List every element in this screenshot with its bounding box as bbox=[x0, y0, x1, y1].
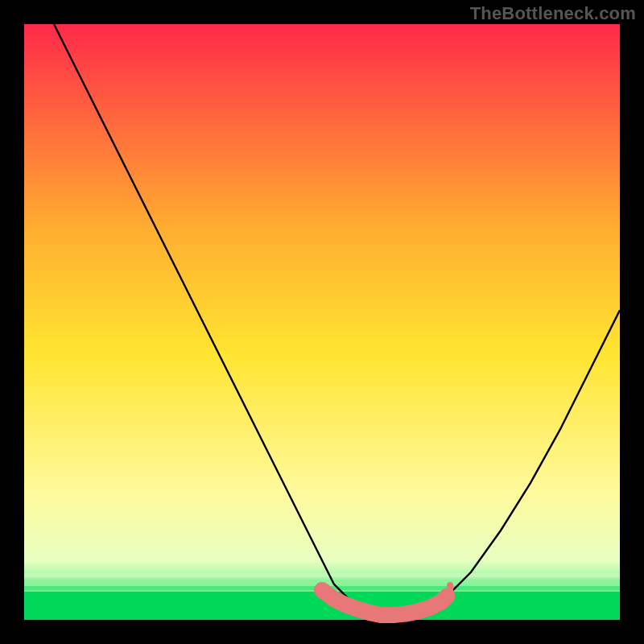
green-stripe-3 bbox=[24, 573, 620, 577]
chart-frame: TheBottleneck.com bbox=[0, 0, 644, 644]
border-left bbox=[0, 0, 24, 644]
plot-background bbox=[24, 24, 620, 620]
bottleneck-chart bbox=[0, 0, 644, 644]
border-right bbox=[620, 0, 644, 644]
watermark-text: TheBottleneck.com bbox=[470, 3, 636, 24]
marker-tick bbox=[447, 582, 453, 597]
border-bottom bbox=[0, 620, 644, 644]
